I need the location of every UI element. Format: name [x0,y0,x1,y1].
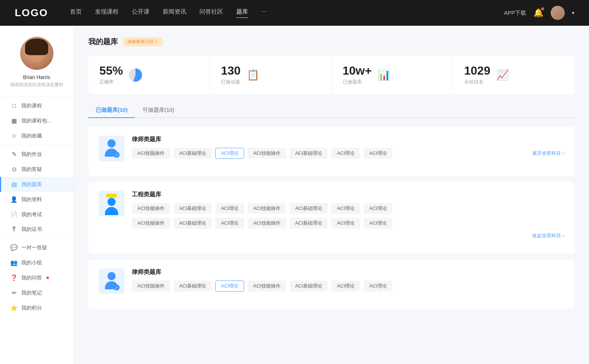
lawyer-check-badge-2: ✓ [114,285,120,290]
package-icon: ▦ [10,117,18,124]
sidebar-username: Brian Harris [23,74,50,80]
eng-tag-r2-2[interactable]: ACI基础理论 [174,218,212,229]
exam-icon: 📄 [10,211,18,218]
eng-tag-4[interactable]: ACI技能操作 [248,203,286,214]
nav-right: APP下载 🔔 ▾ [504,6,574,20]
page-header: 我的题库 体验剩余23天！ [88,37,574,47]
stat-done-banks-info: 10w+ 已做题库 [343,64,372,85]
sidebar-item-mypackage[interactable]: ▦ 我的课程包... [0,113,73,128]
sidebar-motto: 错误的决定比没有决定要好 [7,82,67,88]
sidebar-item-onetoone[interactable]: 💬 一对一答疑 [0,240,73,255]
sidebar-item-mygroup[interactable]: 👥 我的小组 [0,255,73,270]
eng-tag-r2-3[interactable]: ACI理论 [215,218,244,229]
nav-qa[interactable]: 问答社区 [200,8,223,18]
sidebar-divider-2 [0,238,73,239]
sidebar-label-myqa: 我的答疑 [21,166,42,173]
qbank-card-2-title: 工程类题库 [132,191,564,199]
eng-tag-6[interactable]: ACI理论 [331,203,360,214]
eng-tag-5[interactable]: ACI基础理论 [290,203,328,214]
law2-tag-4[interactable]: ACI技能操作 [248,281,286,292]
law2-tag-2[interactable]: ACI基础理论 [174,281,212,292]
sidebar-item-myqbank[interactable]: ▤ 我的题库 [0,177,73,192]
nav-opencourse[interactable]: 公开课 [132,8,149,18]
app-download-button[interactable]: APP下载 [504,10,526,17]
user-dropdown-arrow[interactable]: ▾ [572,10,574,15]
tag-aci-skill-2[interactable]: ACI技能操作 [248,148,286,159]
eng-tag-r2-7[interactable]: ACI理论 [364,218,392,229]
collapse-link-wrap: 收起全部科目 [132,232,564,239]
avatar-image-sidebar [20,37,53,70]
stat-done-banks-label: 已做题库 [343,79,372,85]
notes-icon: 📋 [247,69,260,81]
sidebar-item-myexam[interactable]: 📄 我的考试 [0,207,73,222]
stat-accuracy: 55% 正确率 [88,56,210,94]
onetoone-icon: 💬 [10,244,18,251]
sidebar-item-mynote[interactable]: ✏ 我的笔记 [0,285,73,300]
lawyer-head [107,139,116,147]
eng-tag-2[interactable]: ACI基础理论 [174,203,212,214]
tag-aci-skill-1[interactable]: ACI技能操作 [132,148,170,159]
eng-tag-3[interactable]: ACI理论 [215,203,244,214]
nav-news[interactable]: 新闻资讯 [163,8,186,18]
eng-tag-r2-4[interactable]: ACI技能操作 [248,218,286,229]
qbank-card-3-header: ✓ 律师类题库 ACI技能操作 ACI基础理论 ACI理论 ACI技能操作 AC… [99,268,564,294]
sidebar-label-myhomework: 我的作业 [21,151,42,158]
law2-tag-5[interactable]: ACI基础理论 [290,281,328,292]
tag-aci-basic-1[interactable]: ACI基础理论 [174,148,212,159]
tag-aci-theory-active-1[interactable]: ACI理论 [215,148,244,159]
stat-rank-info: 1029 全站排名 [464,64,490,85]
qbank-card-2: 工程类题库 ACI技能操作 ACI基础理论 ACI理论 ACI技能操作 ACI基… [88,182,574,254]
sidebar-item-myhomework[interactable]: ✎ 我的作业 [0,147,73,162]
law2-tag-active[interactable]: ACI理论 [215,281,244,292]
engineer-head [107,198,116,206]
sidebar-divider-1 [0,145,73,145]
law2-tag-1[interactable]: ACI技能操作 [132,281,170,292]
tab-done-banks[interactable]: 已做题库(10) [88,103,135,117]
sidebar-item-mycourse[interactable]: □ 我的课程 [0,99,73,113]
eng-tag-r2-5[interactable]: ACI基础理论 [290,218,328,229]
sidebar-item-myquestion[interactable]: ❓ 我的问答 [0,270,73,285]
stat-done-questions-label: 已做试题 [221,79,240,85]
points-icon: ⭐ [10,304,18,311]
sidebar-item-mypoints[interactable]: ⭐ 我的积分 [0,300,73,315]
page-wrapper: Brian Harris 错误的决定比没有决定要好 □ 我的课程 ▦ 我的课程包… [0,26,589,364]
eng-tag-7[interactable]: ACI理论 [364,203,392,214]
qbank-card-1-title: 律师类题库 [132,136,564,143]
stat-accuracy-info: 55% 正确率 [99,64,123,85]
stat-rank: 1029 全站排名 📈 [453,56,574,94]
sidebar-item-myqa[interactable]: ⊙ 我的答疑 [0,162,73,177]
eng-tag-1[interactable]: ACI技能操作 [132,203,170,214]
question-icon: ❓ [10,274,18,281]
eng-tag-r2-1[interactable]: ACI技能操作 [132,218,170,229]
lawyer-person-icon-2: ✓ [103,272,120,290]
nav-more[interactable]: ··· [261,8,266,18]
tag-aci-theory-2[interactable]: ACI理论 [331,148,360,159]
engineer-hat [106,194,117,197]
course-icon: □ [10,103,18,109]
tab-available-banks[interactable]: 可做题库(10) [135,103,182,117]
qbank-card-1: ✓ 律师类题库 ACI技能操作 ACI基础理论 ACI理论 ACI技能操作 AC… [88,127,574,176]
sidebar-item-myprofile[interactable]: 👤 我的资料 [0,192,73,207]
sidebar-item-mycertificate[interactable]: 🎖 我的证书 [0,222,73,237]
law2-tag-6[interactable]: ACI理论 [331,281,360,292]
stat-done-questions-number: 130 [221,64,240,77]
tag-aci-basic-2[interactable]: ACI基础理论 [290,148,328,159]
sidebar-label-myquestion: 我的问答 [21,275,42,281]
nav-discover[interactable]: 发现课程 [95,8,119,18]
avatar-image [551,6,565,20]
qbank-card-2-tags-row2: ACI技能操作 ACI基础理论 ACI理论 ACI技能操作 ACI基础理论 AC… [132,218,564,229]
expand-link-1[interactable]: 展开全部科目 [529,150,564,157]
nav-home[interactable]: 首页 [70,8,82,18]
bell-button[interactable]: 🔔 [533,8,543,18]
nav-questionbank[interactable]: 题库 [236,8,248,18]
sidebar-item-myfavorite[interactable]: ☆ 我的收藏 [0,128,73,143]
tag-aci-theory-3[interactable]: ACI理论 [364,148,392,159]
law2-tag-7[interactable]: ACI理论 [364,281,392,292]
sidebar-label-mypoints: 我的积分 [21,305,42,311]
homework-icon: ✎ [10,151,18,158]
qbank-card-1-tags: ACI技能操作 ACI基础理论 ACI理论 ACI技能操作 ACI基础理论 AC… [132,148,564,159]
eng-tag-r2-6[interactable]: ACI理论 [331,218,360,229]
collapse-link-2[interactable]: 收起全部科目 [132,232,564,239]
user-avatar[interactable] [551,6,565,20]
qa-icon: ⊙ [10,166,18,173]
